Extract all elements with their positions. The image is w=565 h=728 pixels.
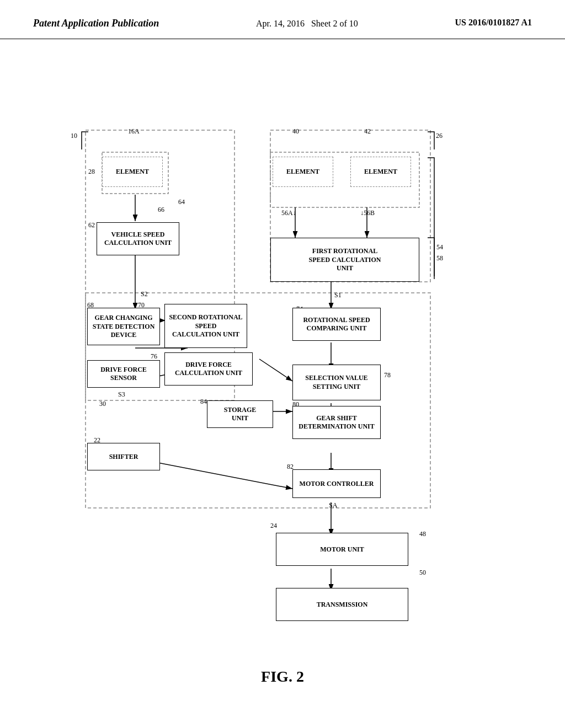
ref-56A: 56A↓ bbox=[281, 209, 296, 217]
ref-56B: ↓56B bbox=[360, 209, 375, 217]
ref-64: 64 bbox=[178, 198, 185, 206]
element-right2-label: ELEMENT bbox=[364, 168, 397, 176]
storage-unit-label: STORAGE UNIT bbox=[224, 406, 256, 423]
figure-caption: FIG. 2 bbox=[0, 668, 565, 686]
drive-force-calc-box: DRIVE FORCE CALCULATION UNIT bbox=[164, 352, 253, 386]
ref-50: 50 bbox=[419, 569, 426, 577]
s2-label: S2 bbox=[141, 290, 148, 298]
sa-label: SA bbox=[329, 501, 337, 510]
s3-label: S3 bbox=[118, 390, 125, 399]
shifter-label: SHIFTER bbox=[109, 453, 138, 462]
second-rot-speed-box: SECOND ROTATIONAL SPEED CALCULATION UNIT bbox=[164, 304, 247, 348]
ref-54: 54 bbox=[436, 243, 443, 251]
element-left-label: ELEMENT bbox=[116, 168, 149, 176]
motor-controller-label: MOTOR CONTROLLER bbox=[300, 480, 374, 489]
diagram-area: 10 16A 40 42 26 28 60 12A 12 52A 52B ELE… bbox=[0, 50, 565, 657]
first-rot-speed-box: FIRST ROTATIONAL SPEED CALCULATION UNIT bbox=[270, 238, 419, 282]
element-left-box: ELEMENT bbox=[102, 157, 163, 187]
motor-unit-box: MOTOR UNIT bbox=[276, 533, 408, 566]
ref-42: 42 bbox=[364, 127, 371, 136]
first-rot-speed-label: FIRST ROTATIONAL SPEED CALCULATION UNIT bbox=[309, 247, 381, 273]
storage-unit-box: STORAGE UNIT bbox=[207, 400, 273, 428]
ref-28: 28 bbox=[88, 168, 95, 176]
selection-value-label: SELECTION VALUE SETTING UNIT bbox=[305, 374, 367, 391]
gear-shift-det-box: GEAR SHIFT DETERMINATION UNIT bbox=[292, 406, 381, 439]
ref-48: 48 bbox=[419, 530, 426, 538]
ref-78: 78 bbox=[384, 371, 391, 379]
date: Apr. 14, 2016 bbox=[256, 19, 305, 28]
element-right1-label: ELEMENT bbox=[286, 168, 319, 176]
element-right2-box: ELEMENT bbox=[350, 157, 411, 187]
patent-number: US 2016/0101827 A1 bbox=[455, 18, 532, 28]
transmission-label: TRANSMISSION bbox=[317, 601, 368, 609]
drive-force-calc-label: DRIVE FORCE CALCULATION UNIT bbox=[175, 361, 242, 378]
ref-16A: 16A bbox=[128, 127, 140, 136]
ref-24: 24 bbox=[270, 522, 277, 530]
element-right1-box: ELEMENT bbox=[273, 157, 333, 187]
motor-unit-label: MOTOR UNIT bbox=[320, 545, 364, 554]
gear-shift-det-label: GEAR SHIFT DETERMINATION UNIT bbox=[299, 414, 374, 431]
publication-label: Patent Application Publication bbox=[33, 18, 159, 29]
ref-26: 26 bbox=[436, 132, 443, 140]
second-rot-speed-label: SECOND ROTATIONAL SPEED CALCULATION UNIT bbox=[169, 313, 242, 339]
rot-speed-compare-box: ROTATIONAL SPEED COMPARING UNIT bbox=[292, 308, 381, 341]
ref-58: 58 bbox=[436, 254, 443, 263]
header-date-sheet: Apr. 14, 2016 Sheet 2 of 10 bbox=[256, 18, 358, 30]
diagram-svg bbox=[0, 50, 565, 657]
page-header: Patent Application Publication Apr. 14, … bbox=[0, 0, 565, 39]
drive-force-sensor-box: DRIVE FORCE SENSOR bbox=[87, 360, 160, 388]
ref-62: 62 bbox=[88, 221, 95, 229]
vehicle-speed-calc-box: VEHICLE SPEED CALCULATION UNIT bbox=[97, 222, 179, 255]
gear-changing-box: GEAR CHANGING STATE DETECTION DEVICE bbox=[87, 308, 160, 345]
ref-30: 30 bbox=[99, 400, 106, 408]
motor-controller-box: MOTOR CONTROLLER bbox=[292, 469, 381, 498]
rot-speed-compare-label: ROTATIONAL SPEED COMPARING UNIT bbox=[303, 316, 370, 333]
vehicle-speed-calc-label: VEHICLE SPEED CALCULATION UNIT bbox=[104, 231, 172, 248]
transmission-box: TRANSMISSION bbox=[276, 588, 408, 621]
ref-40: 40 bbox=[292, 127, 299, 136]
svg-line-16 bbox=[259, 359, 292, 381]
ref-76: 76 bbox=[151, 352, 157, 361]
ref-10: 10 bbox=[71, 132, 77, 140]
gear-changing-label: GEAR CHANGING STATE DETECTION DEVICE bbox=[93, 314, 155, 340]
sheet: Sheet 2 of 10 bbox=[311, 19, 358, 28]
drive-force-sensor-label: DRIVE FORCE SENSOR bbox=[100, 366, 147, 383]
ref-84: 84 bbox=[200, 398, 207, 406]
selection-value-box: SELECTION VALUE SETTING UNIT bbox=[292, 365, 381, 400]
ref-66: 66 bbox=[158, 206, 164, 214]
s1-label: S1 bbox=[334, 291, 342, 299]
shifter-box: SHIFTER bbox=[87, 443, 160, 470]
